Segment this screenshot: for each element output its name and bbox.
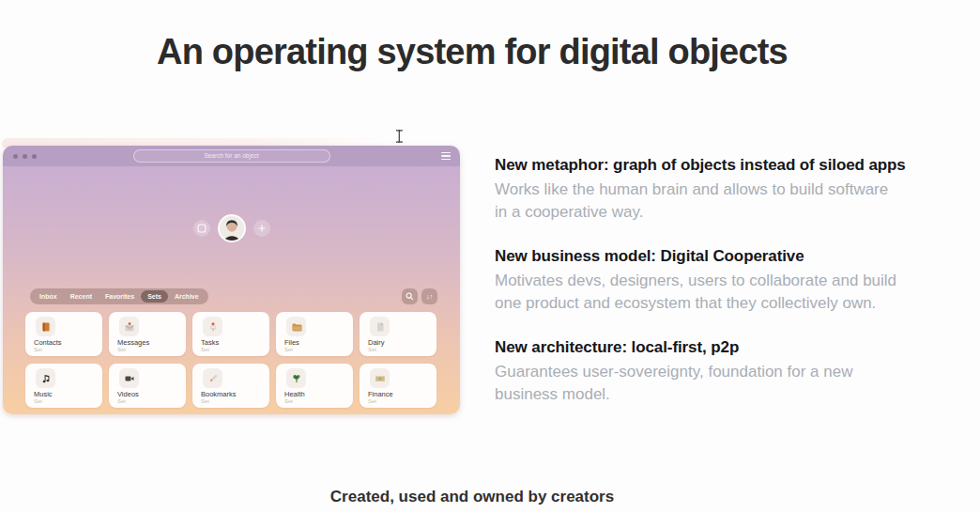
window-body: Inbox Recent Favorites Sets Archive ↓↑ C… — [3, 166, 460, 414]
card-tasks[interactable]: Tasks Set — [192, 312, 269, 356]
card-files[interactable]: Files Set — [276, 312, 353, 356]
plus-icon — [256, 223, 268, 234]
card-sublabel: Set — [284, 398, 293, 404]
dairy-icon — [370, 317, 390, 336]
card-label: Music — [34, 390, 53, 398]
card-bookmarks[interactable]: Bookmarks Set — [192, 364, 269, 408]
avatar-row — [3, 213, 460, 243]
shape-button[interactable] — [193, 220, 210, 237]
window-minimize-button[interactable] — [23, 154, 27, 159]
card-dairy[interactable]: Dairy Set — [360, 312, 436, 356]
right-panel: New metaphor: graph of objects instead o… — [495, 156, 964, 429]
footer-caption: Created, used and owned by creators — [0, 488, 944, 506]
tabs-row: Inbox Recent Favorites Sets Archive ↓↑ — [3, 288, 460, 304]
section-metaphor: New metaphor: graph of objects instead o… — [495, 156, 964, 224]
section-architecture: New architecture: local-first, p2p Guara… — [495, 338, 964, 406]
tab-inbox[interactable]: Inbox — [33, 290, 64, 303]
videos-icon — [119, 368, 139, 388]
card-sublabel: Set — [117, 398, 126, 404]
tab-archive[interactable]: Archive — [168, 290, 206, 303]
avatar[interactable] — [218, 214, 246, 242]
search-button[interactable] — [402, 288, 418, 304]
card-sublabel: Set — [34, 398, 42, 404]
card-label: Bookmarks — [201, 390, 237, 398]
bookmarks-icon — [203, 368, 222, 388]
window-titlebar: Search for an object — [3, 146, 460, 166]
section-body: Guarantees user-sovereignty, foundation … — [495, 361, 964, 406]
avatar-photo — [220, 216, 244, 241]
tab-bar: Inbox Recent Favorites Sets Archive — [30, 288, 208, 304]
add-button[interactable] — [253, 220, 270, 237]
app-window: Search for an object — [3, 146, 460, 414]
section-heading: New metaphor: graph of objects instead o… — [495, 156, 964, 175]
sort-button[interactable]: ↓↑ — [421, 288, 437, 304]
card-label: Contacts — [34, 338, 62, 347]
files-icon — [286, 317, 306, 336]
music-icon — [36, 368, 55, 388]
card-label: Health — [284, 390, 305, 398]
card-sublabel: Set — [368, 398, 376, 404]
card-label: Tasks — [201, 338, 219, 347]
search-input[interactable]: Search for an object — [133, 149, 330, 163]
card-label: Messages — [117, 338, 149, 347]
card-label: Finance — [368, 390, 393, 398]
sort-icon: ↓↑ — [426, 293, 433, 300]
card-finance[interactable]: Finance Set — [360, 364, 436, 408]
card-label: Videos — [117, 390, 139, 398]
tab-favorites[interactable]: Favorites — [99, 290, 141, 303]
card-music[interactable]: Music Set — [25, 364, 102, 408]
card-sublabel: Set — [117, 347, 126, 352]
card-health[interactable]: Health Set — [276, 364, 353, 408]
card-messages[interactable]: Messages Set — [109, 312, 186, 356]
card-label: Files — [284, 338, 299, 347]
section-heading: New business model: Digital Cooperative — [495, 247, 964, 266]
contacts-icon — [36, 317, 55, 336]
card-label: Dairy — [368, 338, 385, 347]
tab-recent[interactable]: Recent — [64, 290, 99, 303]
health-icon — [286, 368, 306, 388]
window-controls — [13, 154, 37, 159]
card-videos[interactable]: Videos Set — [109, 364, 186, 408]
card-sublabel: Set — [201, 398, 209, 404]
window-zoom-button[interactable] — [32, 154, 37, 159]
tab-sets[interactable]: Sets — [141, 290, 168, 303]
rounded-square-icon — [196, 223, 207, 234]
window-close-button[interactable] — [13, 154, 18, 159]
ibeam-cursor — [396, 129, 406, 148]
card-sublabel: Set — [284, 347, 293, 352]
finance-icon — [370, 368, 390, 388]
menu-icon[interactable] — [441, 152, 451, 160]
section-body: Motivates devs, designers, users to coll… — [495, 270, 964, 315]
card-sublabel: Set — [368, 347, 376, 352]
section-body: Works like the human brain and allows to… — [495, 179, 964, 224]
card-sublabel: Set — [201, 347, 209, 352]
search-icon — [405, 291, 415, 302]
card-sublabel: Set — [34, 347, 42, 352]
messages-icon — [119, 317, 139, 336]
section-heading: New architecture: local-first, p2p — [495, 338, 964, 357]
page-title: An operating system for digital objects — [0, 32, 944, 72]
section-business-model: New business model: Digital Cooperative … — [495, 247, 964, 315]
card-contacts[interactable]: Contacts Set — [25, 312, 102, 356]
tasks-icon — [203, 317, 222, 336]
cards-grid: Contacts Set Messages Set Tasks Set File… — [25, 312, 438, 408]
